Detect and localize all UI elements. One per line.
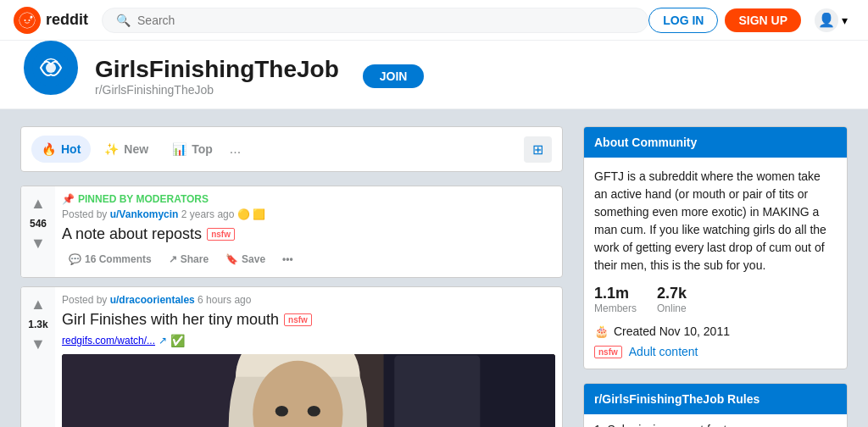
vote-count: 546 xyxy=(30,218,47,230)
join-button[interactable]: JOIN xyxy=(363,64,425,88)
more-actions-button[interactable]: ••• xyxy=(275,248,300,270)
search-icon: 🔍 xyxy=(116,14,131,27)
post-vote-section: ▲ 546 ▼ xyxy=(21,186,55,277)
save-icon: 🔖 xyxy=(225,253,238,265)
upvote-button[interactable]: ▲ xyxy=(27,193,49,214)
about-community-card: About Community GFTJ is a subreddit wher… xyxy=(583,126,848,369)
post-author-link[interactable]: u/Vankomycin xyxy=(110,208,179,220)
sort-new-button[interactable]: ✨ New xyxy=(94,136,159,163)
nsfw-tag: nsfw xyxy=(594,346,622,358)
sort-bar: 🔥 Hot ✨ New 📊 Top ... ⊞ xyxy=(20,126,563,172)
reddit-wordmark: reddit xyxy=(46,11,88,29)
post-vote-section: ▲ 1.3k ▼ xyxy=(21,287,55,427)
adult-content-label: Adult content xyxy=(629,345,698,358)
external-link[interactable]: redgifs.com/watch/... xyxy=(62,335,155,347)
flame-icon: 🔥 xyxy=(42,142,56,156)
cake-icon: 🎂 xyxy=(594,324,609,338)
award-icon-2: 🟨 xyxy=(253,208,265,220)
about-community-header: About Community xyxy=(584,127,847,158)
created-info: 🎂 Created Nov 10, 2011 xyxy=(594,324,837,338)
post-card: ▲ 1.3k ▼ Posted by u/dracoorientales 6 h… xyxy=(20,286,563,427)
rules-card: r/GirlsFinishingTheJob Rules 1. Submissi… xyxy=(583,383,848,427)
logo[interactable]: reddit xyxy=(14,7,88,34)
subreddit-banner: GirlsFinishingTheJob r/GirlsFinishingThe… xyxy=(0,41,868,109)
about-description: GFTJ is a subreddit where the women take… xyxy=(594,168,837,274)
vote-count: 1.3k xyxy=(28,319,47,330)
post-image-container[interactable] xyxy=(62,354,555,427)
post-body: Posted by u/dracoorientales 6 hours ago … xyxy=(55,287,562,427)
members-label: Members xyxy=(594,302,637,314)
downvote-button[interactable]: ▼ xyxy=(27,334,49,355)
post-body: 📌 PINNED BY MODERATORS Posted by u/Vanko… xyxy=(55,186,562,277)
post-actions: 💬 16 Comments ↗ Share 🔖 Save ••• xyxy=(62,248,555,270)
search-bar[interactable]: 🔍 xyxy=(102,8,648,33)
pinned-post-card: ▲ 546 ▼ 📌 PINNED BY MODERATORS Posted by… xyxy=(20,186,563,278)
sort-hot-button[interactable]: 🔥 Hot xyxy=(31,136,91,163)
svg-point-15 xyxy=(308,406,320,417)
content-tags: nsfw Adult content xyxy=(594,345,837,358)
post-time: 2 years ago xyxy=(181,208,235,220)
site-header: reddit 🔍 LOG IN SIGN UP 👤 ▾ xyxy=(0,0,868,41)
post-time: 6 hours ago xyxy=(198,294,251,306)
main-content: 🔥 Hot ✨ New 📊 Top ... ⊞ ▲ 546 ▼ xyxy=(0,109,868,427)
svg-point-4 xyxy=(29,19,31,21)
user-avatar-icon: 👤 xyxy=(815,8,838,32)
verified-icon: ✅ xyxy=(170,334,185,347)
chevron-down-icon: ▾ xyxy=(842,14,848,27)
rule-number: 1. xyxy=(594,423,604,427)
chart-icon: 📊 xyxy=(172,142,186,156)
view-card-button[interactable]: ⊞ xyxy=(524,136,552,163)
nsfw-badge: nsfw xyxy=(207,228,235,241)
reddit-logo-icon xyxy=(14,7,41,34)
upvote-button[interactable]: ▲ xyxy=(27,294,49,315)
share-icon: ↗ xyxy=(169,253,177,265)
online-stat: 2.7k Online xyxy=(657,285,687,314)
comment-icon: 💬 xyxy=(69,253,81,265)
feed: 🔥 Hot ✨ New 📊 Top ... ⊞ ▲ 546 ▼ xyxy=(20,126,563,427)
created-date: Created Nov 10, 2011 xyxy=(614,324,730,338)
pin-icon: 📌 xyxy=(62,193,75,205)
sort-top-button[interactable]: 📊 Top xyxy=(162,136,223,163)
downvote-button[interactable]: ▼ xyxy=(27,233,49,254)
subreddit-slug: r/GirlsFinishingTheJob xyxy=(95,83,339,97)
svg-point-2 xyxy=(19,13,35,28)
more-options-button[interactable]: ... xyxy=(230,141,241,157)
rule-item[interactable]: 1. Submissions must feature a woman maki… xyxy=(584,414,847,427)
rules-header: r/GirlsFinishingTheJob Rules xyxy=(584,384,847,414)
members-stat: 1.1m Members xyxy=(594,285,637,314)
subreddit-icon xyxy=(20,37,81,98)
about-community-body: GFTJ is a subreddit where the women take… xyxy=(584,158,847,369)
header-actions: LOG IN SIGN UP 👤 ▾ xyxy=(648,5,854,36)
post-author-link[interactable]: u/dracoorientales xyxy=(110,294,195,306)
pinned-label: 📌 PINNED BY MODERATORS xyxy=(62,193,555,205)
online-label: Online xyxy=(657,302,687,314)
post-title: A note about reposts nsfw xyxy=(62,225,555,243)
view-toggle: ⊞ xyxy=(524,136,552,163)
rules-list: 1. Submissions must feature a woman maki… xyxy=(584,414,847,427)
subreddit-info: GirlsFinishingTheJob r/GirlsFinishingThe… xyxy=(95,56,339,97)
login-button[interactable]: LOG IN xyxy=(648,8,718,33)
svg-point-7 xyxy=(46,63,56,73)
share-button[interactable]: ↗ Share xyxy=(162,248,215,270)
user-menu[interactable]: 👤 ▾ xyxy=(808,5,854,36)
save-button[interactable]: 🔖 Save xyxy=(219,248,272,270)
svg-point-5 xyxy=(31,15,33,18)
svg-rect-19 xyxy=(394,355,480,427)
post-image xyxy=(62,354,555,427)
search-input[interactable] xyxy=(137,14,634,27)
community-stats: 1.1m Members 2.7k Online xyxy=(594,285,837,314)
nsfw-badge: nsfw xyxy=(284,313,312,326)
signup-button[interactable]: SIGN UP xyxy=(725,8,801,32)
award-icon-1: 🟡 xyxy=(237,208,250,220)
svg-point-14 xyxy=(275,406,288,417)
subreddit-name: GirlsFinishingTheJob xyxy=(95,56,339,83)
online-count: 2.7k xyxy=(657,285,687,302)
svg-point-3 xyxy=(25,19,26,21)
sparkle-icon: ✨ xyxy=(104,142,119,156)
members-count: 1.1m xyxy=(594,285,637,302)
sidebar: About Community GFTJ is a subreddit wher… xyxy=(583,126,848,427)
post-link: redgifs.com/watch/... ↗ ✅ xyxy=(62,334,555,347)
comments-button[interactable]: 💬 16 Comments xyxy=(62,248,159,270)
post-meta: Posted by u/Vankomycin 2 years ago 🟡 🟨 xyxy=(62,208,555,220)
post-meta: Posted by u/dracoorientales 6 hours ago xyxy=(62,294,555,306)
